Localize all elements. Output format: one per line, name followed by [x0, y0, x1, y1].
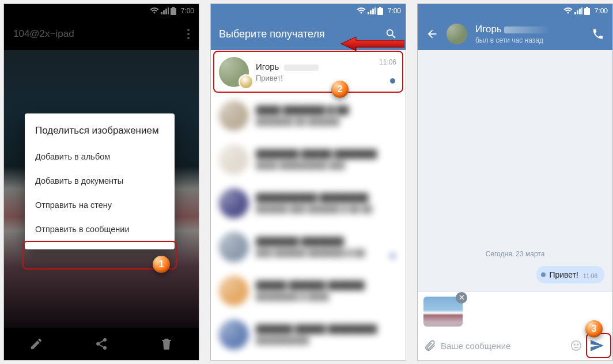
chat-body: Сегодня, 23 марта Привет! 11:06 ✕ Ваше с… — [418, 50, 612, 360]
remove-attachment-icon[interactable]: ✕ — [456, 292, 467, 304]
chat-header: Игорь был в сети час назад — [418, 18, 612, 50]
svg-point-6 — [577, 344, 578, 345]
unread-dot-icon — [390, 78, 395, 84]
share-dialog-title: Поделиться изображением — [25, 122, 175, 145]
chat-row[interactable]: █████ ██████ ██████████████ █ ████ — [211, 269, 406, 313]
share-opt-add-album[interactable]: Добавить в альбом — [25, 145, 175, 169]
emoji-icon[interactable] — [570, 339, 582, 352]
recipient-title: Выберите получателя — [219, 28, 378, 40]
message-input[interactable]: Ваше сообщение — [441, 341, 565, 351]
row-name: Игорь — [256, 62, 398, 71]
message-text: Привет! — [549, 270, 578, 279]
phone-2-recipient-picker: 7:00 Выберите получателя Игорь Привет! 1… — [210, 3, 406, 361]
svg-point-5 — [574, 344, 575, 345]
chat-row-igor[interactable]: Игорь Привет! 11:06 — [211, 50, 406, 94]
row-time: 11:06 — [379, 58, 396, 66]
row-preview: Привет! — [256, 74, 398, 82]
chat-name: Игорь — [475, 24, 584, 35]
mini-avatar — [239, 74, 253, 89]
phone-3-chat: 7:00 Игорь был в сети час назад Сегодня,… — [417, 3, 613, 361]
send-icon — [589, 338, 604, 353]
day-separator: Сегодня, 23 марта — [418, 244, 612, 264]
back-icon[interactable] — [426, 28, 438, 40]
chat-row[interactable]: ███████ ██████████ ██████ ███████ █ ██ — [211, 225, 406, 269]
chat-row[interactable]: ███████ █████ ███████████ █████████ ███ — [211, 138, 406, 181]
share-opt-add-documents[interactable]: Добавить в документы — [25, 169, 175, 193]
wifi-icon — [357, 7, 366, 14]
chat-status: был в сети час назад — [475, 36, 584, 44]
status-bar: 7:00 — [418, 4, 612, 18]
attachment-area: ✕ — [418, 291, 612, 331]
call-icon[interactable] — [592, 28, 604, 40]
send-button[interactable] — [587, 336, 607, 355]
search-icon[interactable] — [385, 28, 398, 40]
message-outgoing[interactable]: Привет! 11:06 — [536, 266, 604, 283]
battery-icon — [377, 7, 383, 15]
status-time: 7:00 — [595, 7, 608, 15]
attachment-thumbnail[interactable]: ✕ — [423, 297, 463, 327]
phone-1-gallery: 7:00 104@2x~ipad Поделиться изображением… — [3, 3, 199, 361]
chat-row[interactable]: ████ ███████ █ █████████ ██ ██████ — [211, 94, 406, 138]
wifi-icon — [563, 7, 573, 14]
share-dialog: Поделиться изображением Добавить в альбо… — [25, 113, 175, 249]
share-opt-send-message[interactable]: Отправить в сообщении — [25, 217, 175, 241]
chat-row[interactable]: ██████████ ██████████████ ███ ██████ █ █… — [211, 181, 406, 225]
share-opt-post-wall[interactable]: Отправить на стену — [25, 193, 175, 217]
avatar[interactable] — [446, 24, 467, 44]
message-time: 11:06 — [583, 273, 597, 279]
svg-point-4 — [572, 341, 581, 351]
status-bar: 7:00 — [211, 4, 406, 18]
status-time: 7:00 — [388, 7, 401, 15]
read-indicator-icon — [541, 272, 546, 277]
cell-icon — [574, 7, 582, 14]
recipient-header: Выберите получателя — [211, 18, 406, 50]
attach-icon[interactable] — [423, 339, 436, 352]
cell-icon — [368, 7, 376, 14]
message-input-bar: Ваше сообщение — [418, 331, 612, 360]
chat-list: Игорь Привет! 11:06 ████ ███████ █ █████… — [211, 50, 406, 360]
chat-row[interactable]: ██████ █████ ██████████████████ — [211, 313, 406, 357]
battery-icon — [584, 7, 590, 15]
